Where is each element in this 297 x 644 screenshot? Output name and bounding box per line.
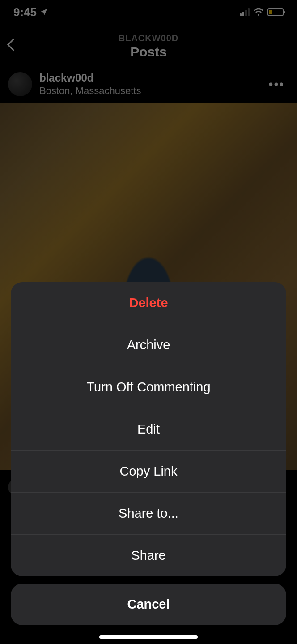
action-copy-link[interactable]: Copy Link [11, 450, 286, 492]
action-sheet-group: Delete Archive Turn Off Commenting Edit … [11, 282, 286, 576]
action-archive[interactable]: Archive [11, 324, 286, 366]
action-edit[interactable]: Edit [11, 408, 286, 450]
action-share-to[interactable]: Share to... [11, 492, 286, 534]
action-cancel[interactable]: Cancel [11, 584, 286, 625]
action-sheet: Delete Archive Turn Off Commenting Edit … [11, 282, 286, 625]
home-indicator[interactable] [99, 635, 198, 639]
action-delete[interactable]: Delete [11, 282, 286, 324]
action-turn-off-commenting[interactable]: Turn Off Commenting [11, 366, 286, 408]
action-share[interactable]: Share [11, 534, 286, 576]
